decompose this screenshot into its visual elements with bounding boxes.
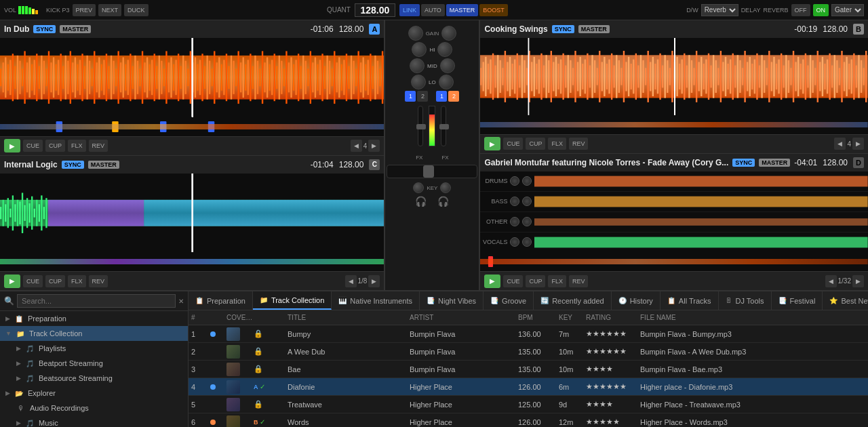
stem-drums-knob2[interactable] — [522, 176, 532, 186]
deck-d-cue-button[interactable]: CUE — [503, 275, 523, 287]
ch2-btn-r[interactable]: 2 — [448, 91, 459, 102]
deck-a-sync[interactable]: SYNC — [33, 25, 56, 33]
deck-c-flx-button[interactable]: FLX — [68, 275, 86, 287]
crossfader[interactable] — [387, 165, 477, 178]
deck-d-nav-prev[interactable]: ◀ — [825, 275, 837, 287]
mixer-lo-left[interactable] — [411, 75, 426, 89]
mixer-mid-right[interactable] — [440, 58, 455, 73]
tab-preparation[interactable]: 📋 Preparation — [189, 291, 253, 310]
tab-dj-tools[interactable]: 🎚 DJ Tools — [719, 291, 772, 310]
deck-b-nav-prev[interactable]: ◀ — [834, 138, 846, 150]
mixer-gain-right[interactable] — [441, 26, 456, 41]
sidebar-item-beatsource[interactable]: ▶ 🎵 Beatsource Streaming — [0, 371, 188, 386]
stem-bass-knob1[interactable] — [510, 197, 519, 206]
tab-native-instruments[interactable]: 🎹 Native Instruments — [332, 291, 420, 310]
sidebar-item-track-collection[interactable]: ▼ 📁 Track Collection — [0, 326, 188, 341]
tab-track-collection[interactable]: 📁 Track Collection — [253, 291, 332, 310]
sidebar-item-music[interactable]: ▶ 🎵 Music — [0, 415, 188, 427]
deck-b-sync[interactable]: SYNC — [552, 25, 574, 33]
deck-c-cup-button[interactable]: CUP — [45, 275, 65, 287]
reverb-select[interactable]: Reverb — [701, 4, 738, 16]
deck-a-waveform[interactable] — [0, 38, 384, 117]
table-row[interactable]: 3 🔒 Bae Bumpin Flava 135.00 10m ★★★★ Bum… — [189, 361, 868, 378]
deck-a-play-button[interactable]: ▶ — [4, 139, 20, 152]
sidebar-item-beatport[interactable]: ▶ 🎵 Beatport Streaming — [0, 356, 188, 371]
next-button[interactable]: NEXT — [98, 4, 121, 16]
deck-d-cup-button[interactable]: CUP — [526, 275, 545, 287]
deck-c-rev-button[interactable]: REV — [89, 275, 108, 287]
deck-c-nav-prev[interactable]: ◀ — [345, 275, 357, 287]
deck-a-rev-button[interactable]: REV — [89, 140, 108, 152]
sidebar-item-audio-recordings[interactable]: 🎙 Audio Recordings — [0, 401, 188, 415]
deck-a-master[interactable]: MASTER — [60, 25, 91, 33]
deck-c-waveform[interactable] — [0, 174, 384, 253]
deck-c-nav-next[interactable]: ▶ — [368, 275, 380, 287]
table-row[interactable]: 2 🔒 A Wee Dub Bumpin Flava 135.00 10m ★★… — [189, 343, 868, 361]
gater-select[interactable]: Gater — [831, 4, 864, 16]
table-row[interactable]: 4 A ✓ Diafonie Higher Place 126.00 6m ★★… — [189, 378, 868, 396]
duck-button[interactable]: DUCK — [124, 4, 149, 16]
deck-b-cue-button[interactable]: CUE — [503, 138, 523, 150]
on-button[interactable]: ON — [813, 4, 829, 16]
deck-c-sync[interactable]: SYNC — [62, 161, 84, 169]
tab-night-vibes[interactable]: 📑 Night Vibes — [420, 291, 484, 310]
mixer-hi-left[interactable] — [412, 42, 427, 57]
deck-d-master[interactable]: MASTER — [759, 159, 790, 167]
headphone-left-icon[interactable]: 🎧 — [415, 196, 427, 207]
deck-b-cup-button[interactable]: CUP — [526, 138, 545, 150]
stem-vocals-knob1[interactable] — [510, 237, 519, 247]
prev-button[interactable]: PREV — [73, 4, 96, 16]
mixer-gain-left[interactable] — [408, 26, 423, 41]
deck-b-rev-button[interactable]: REV — [569, 138, 589, 150]
stem-vocals-knob2[interactable] — [522, 237, 532, 247]
deck-c-master[interactable]: MASTER — [88, 161, 119, 169]
table-row[interactable]: 5 🔒 Treatwave Higher Place 125.00 9d ★★★… — [189, 396, 868, 413]
deck-a-cup-button[interactable]: CUP — [45, 140, 65, 152]
sidebar-item-playlists[interactable]: ▶ 🎵 Playlists — [0, 341, 188, 356]
deck-a-cue-button[interactable]: CUE — [23, 140, 43, 152]
deck-c-play-button[interactable]: ▶ — [4, 274, 20, 288]
mixer-key-right[interactable] — [440, 182, 451, 193]
mixer-hi-right[interactable] — [437, 42, 452, 57]
deck-c-cue-button[interactable]: CUE — [23, 275, 43, 287]
stem-other-knob2[interactable] — [522, 217, 532, 226]
mixer-key-left[interactable] — [413, 182, 424, 193]
auto-button[interactable]: AUTO — [421, 4, 445, 16]
ch1-btn-r[interactable]: 1 — [436, 91, 447, 102]
stem-drums-knob1[interactable] — [510, 176, 519, 186]
ch2-btn[interactable]: 2 — [417, 91, 428, 102]
ch1-btn[interactable]: 1 — [405, 91, 416, 102]
deck-b-waveform[interactable] — [480, 38, 868, 115]
deck-b-flx-button[interactable]: FLX — [548, 138, 566, 150]
tab-groove[interactable]: 📑 Groove — [484, 291, 534, 310]
tab-all-tracks[interactable]: 📋 All Tracks — [660, 291, 719, 310]
deck-d-play-button[interactable]: ▶ — [484, 274, 500, 288]
deck-a-flx-button[interactable]: FLX — [68, 140, 86, 152]
link-button[interactable]: LINK — [399, 4, 420, 16]
deck-d-sync[interactable]: SYNC — [732, 159, 755, 167]
sidebar-item-explorer[interactable]: ▶ 📂 Explorer — [0, 386, 188, 401]
stem-bass-knob2[interactable] — [522, 197, 532, 206]
deck-b-nav-next[interactable]: ▶ — [852, 138, 864, 150]
boost-button[interactable]: BOOST — [479, 4, 508, 16]
tab-history[interactable]: 🕐 History — [612, 291, 660, 310]
stem-other-knob1[interactable] — [510, 217, 519, 226]
deck-a-nav-next[interactable]: ▶ — [368, 140, 380, 152]
table-row[interactable]: 6 B ✓ Words Higher Place 126.00 12m ★★★★… — [189, 413, 868, 427]
deck-d-rev-button[interactable]: REV — [569, 275, 589, 287]
off-button[interactable]: OFF — [791, 4, 810, 16]
deck-d-flx-button[interactable]: FLX — [548, 275, 566, 287]
deck-b-play-button[interactable]: ▶ — [484, 137, 500, 150]
mixer-fader-left[interactable] — [418, 106, 423, 146]
mixer-mid-left[interactable] — [410, 58, 425, 73]
sidebar-item-preparation[interactable]: ▶ 📋 Preparation — [0, 311, 188, 326]
tab-recently-added[interactable]: 🔄 Recently added — [534, 291, 611, 310]
tab-best-new-drum[interactable]: ⭐ Best New Drum & Bass: May 2 — [823, 291, 868, 310]
table-row[interactable]: 1 🔒 Bumpy Bumpin Flava 136.00 7m ★★★★★★ … — [189, 325, 868, 343]
search-close-icon[interactable]: ✕ — [178, 298, 184, 305]
deck-a-nav-prev[interactable]: ◀ — [351, 140, 362, 152]
tab-festival[interactable]: 📑 Festival — [772, 291, 823, 310]
mixer-lo-right[interactable] — [439, 75, 454, 89]
headphone-right-icon[interactable]: 🎧 — [437, 196, 449, 207]
deck-b-master[interactable]: MASTER — [578, 25, 610, 33]
